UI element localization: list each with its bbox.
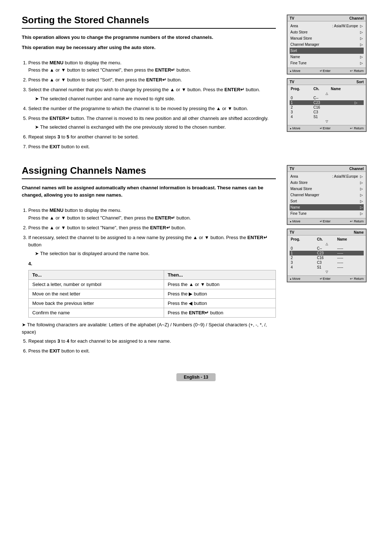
s2-menu-autostore: Auto Store ▷ — [290, 180, 364, 186]
s2-screen2-header-right: Name — [354, 230, 364, 234]
s2-screen1-header-right: Channel — [350, 167, 364, 171]
name-row-4: 4 S1 ----- — [290, 265, 364, 270]
footer-badge: English - 13 — [176, 373, 215, 381]
name-table-down: ▽ — [290, 270, 364, 274]
sorting-screens: TV Channel Area : Asia/W.Europe ▷ Auto S… — [287, 15, 370, 132]
to-then-row-3: Move back the previous letter Press the … — [29, 299, 276, 308]
step-5-note: The selected channel is exchanged with t… — [28, 124, 276, 131]
s2-step-5: Repeat steps 3 to 4 for each channel to … — [28, 338, 276, 345]
s2-screen1-header-left: TV — [290, 167, 294, 171]
step4-container: 4. To... Then... Select a letter, number… — [28, 261, 276, 318]
step-7: Press the EXIT button to exit. — [28, 143, 276, 150]
to-then-row-1: Select a letter, number or symbol Press … — [29, 280, 276, 289]
menu-manualstore: Manual Store ▷ — [290, 35, 364, 41]
channel-menu-screen: TV Channel Area : Asia/W.Europe ▷ Auto S… — [287, 15, 367, 74]
menu-channelmanager: Channel Manager ▷ — [290, 41, 364, 48]
screen2-header-right: Sort — [356, 80, 364, 84]
page-footer: English - 13 — [22, 373, 370, 381]
s2-menu-finetune: Fine Tune ▷ — [290, 210, 364, 217]
sort-table: Prog. Ch. Name △ 0 — [290, 86, 364, 124]
to-then-row-4: Confirm the name Press the ENTER↵ button — [29, 308, 276, 318]
screen1-body: Area : Asia/W.Europe ▷ Auto Store ▷ Manu… — [287, 21, 366, 68]
s2-step-2: Press the ▲ or ▼ button to select "Name"… — [28, 224, 276, 231]
s2-menu-name-highlighted: Name ▷ — [290, 204, 364, 210]
s2-screen2-header-left: TV — [290, 230, 294, 234]
s2-screen1-footer: ⬥ Move ↵Enter ↩ Return — [287, 218, 366, 224]
screen1-header-right: Channel — [350, 16, 364, 20]
step-2: Press the ▲ or ▼ button to select "Sort"… — [28, 76, 276, 84]
screen2-header-left: TV — [290, 80, 294, 84]
then-header: Then... — [164, 270, 275, 280]
s2-screen2-body: Prog. Ch. Name △ 0 C-- — [287, 235, 366, 275]
name-row-3: 3 C3 ----- — [290, 260, 364, 265]
s2-screen2-header: TV Name — [287, 229, 366, 235]
s2-step-6: Press the EXIT button to exit. — [28, 347, 276, 355]
to-then-table: To... Then... Select a letter, number or… — [28, 270, 276, 318]
sort-row-0: 0 C-- — [290, 96, 364, 100]
to-header: To... — [29, 270, 164, 280]
s2-step-3-note: The selection bar is displayed around th… — [28, 250, 276, 257]
name-row-0: 0 C-- ----- — [290, 246, 364, 251]
section2-steps: Press the MENU button to display the men… — [22, 207, 276, 257]
sort-row-3: 3 C3 — [290, 110, 364, 114]
assigning-screens: TV Channel Area : Asia/W.Europe ▷ Auto S… — [287, 165, 370, 282]
sort-row-1-selected: 1 C23 ▷ — [290, 100, 364, 105]
screen2-body: Prog. Ch. Name △ 0 — [287, 85, 366, 125]
name-table-header: Prog. Ch. Name — [290, 237, 364, 242]
name-screen: TV Name Prog. Ch. Name — [287, 229, 367, 282]
step-1: Press the MENU button to display the men… — [28, 59, 276, 74]
name-table: Prog. Ch. Name △ 0 C-- — [290, 237, 364, 274]
screen1-header-left: TV — [290, 16, 294, 20]
sort-table-row-down: ▽ — [290, 119, 364, 124]
s2-screen1-header: TV Channel — [287, 166, 366, 172]
sort-row-4: 4 S1 — [290, 114, 364, 119]
section2-title: Assigning Channels Names — [22, 165, 276, 179]
sort-table-row: △ — [290, 91, 364, 96]
step-3-note: The selected channel number and name are… — [28, 95, 276, 102]
step-6: Repeat steps 3 to 5 for another channel … — [28, 133, 276, 141]
s2-screen1-body: Area : Asia/W.Europe ▷ Auto Store ▷ Manu… — [287, 172, 366, 218]
section2-steps-after: Repeat steps 3 to 4 for each channel to … — [22, 338, 276, 355]
to-then-header: To... Then... — [29, 270, 276, 280]
s2-step-3: If necessary, select the channel to be a… — [28, 234, 276, 257]
section2-intro: Channel names will be assigned automatic… — [22, 184, 276, 198]
sorting-instructions: Sorting the Stored Channels This operati… — [22, 15, 276, 154]
name-row-2: 2 C16 ----- — [290, 255, 364, 260]
section1-intro1: This operation allows you to change the … — [22, 34, 276, 41]
menu-autostore: Auto Store ▷ — [290, 29, 364, 35]
menu-sort-highlighted: Sort — [290, 48, 364, 54]
characters-note: The following characters are available: … — [22, 321, 276, 335]
sort-row-2: 2 C16 — [290, 105, 364, 110]
screen1-footer: ⬥ Move ↵Enter ↩ Return — [287, 68, 366, 74]
menu-finetune: Fine Tune ▷ — [290, 60, 364, 66]
s2-screen2-footer: ⬥ Move ↵Enter ↩ Return — [287, 275, 366, 282]
s2-menu-manualstore: Manual Store ▷ — [290, 186, 364, 192]
section-assigning: Assigning Channels Names Channel names w… — [22, 165, 370, 358]
step-4: Select the number of the programme to wh… — [28, 105, 276, 112]
channel-menu-screen2: TV Channel Area : Asia/W.Europe ▷ Auto S… — [287, 165, 367, 225]
to-then-row-2: Move on the next letter Press the ▶ butt… — [29, 289, 276, 299]
section1-intro2: This operation may be necessary after us… — [22, 44, 276, 51]
sort-screen: TV Sort Prog. Ch. Name — [287, 78, 367, 132]
assigning-instructions: Assigning Channels Names Channel names w… — [22, 165, 276, 358]
menu-area: Area : Asia/W.Europe ▷ — [290, 23, 364, 29]
step-5: Press the ENTER↵ button. The channel is … — [28, 115, 276, 131]
step-3: Select the channel number that you wish … — [28, 86, 276, 102]
sort-table-header: Prog. Ch. Name — [290, 86, 364, 91]
name-row-1-selected: 1 C23 ----- — [290, 251, 364, 255]
menu-name: Name ▷ — [290, 54, 364, 60]
s2-menu-channelmanager: Channel Manager ▷ — [290, 192, 364, 198]
section1-title: Sorting the Stored Channels — [22, 15, 276, 29]
s2-menu-area: Area : Asia/W.Europe ▷ — [290, 173, 364, 180]
section-sorting: Sorting the Stored Channels This operati… — [22, 15, 370, 154]
s2-step-1: Press the MENU button to display the men… — [28, 207, 276, 221]
screen2-header: TV Sort — [287, 79, 366, 85]
name-table-up: △ — [290, 242, 364, 246]
screen1-header: TV Channel — [287, 15, 366, 21]
s2-menu-sort: Sort ▷ — [290, 198, 364, 204]
screen2-footer: ⬥ Move ↵Enter ↩ Return — [287, 125, 366, 131]
section1-steps: Press the MENU button to display the men… — [22, 59, 276, 150]
